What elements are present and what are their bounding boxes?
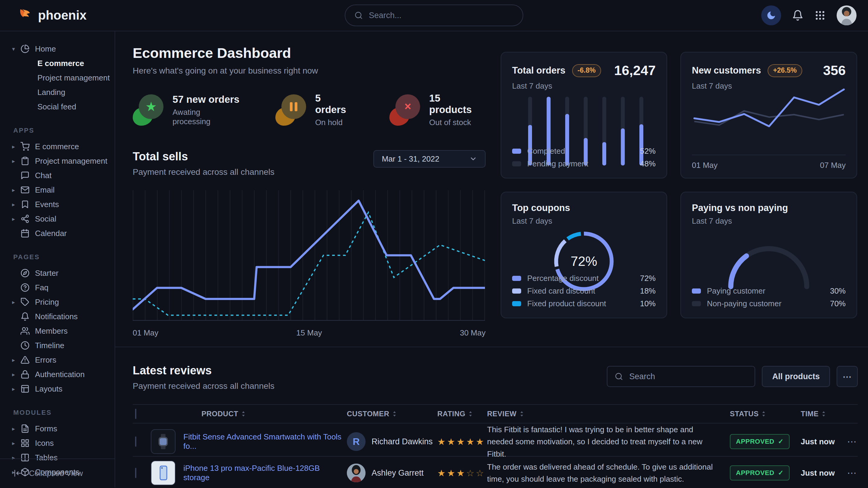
sidebar-item-forms[interactable]: ▸ Forms <box>0 421 115 436</box>
sidebar-item-home[interactable]: ▾ Home <box>0 42 115 56</box>
caret-icon: ▸ <box>12 371 21 378</box>
caret-icon: ▾ <box>12 45 21 53</box>
sidebar-item-timeline[interactable]: Timeline <box>0 338 115 353</box>
column-header-review[interactable]: REVIEW <box>487 410 730 418</box>
legend-label: Completed <box>527 147 565 156</box>
column-header-product[interactable]: PRODUCT <box>151 410 347 418</box>
message-icon <box>21 171 35 180</box>
avatar-image <box>837 5 857 25</box>
stat-title: 57 new orders <box>173 94 240 105</box>
navbar-actions <box>761 5 857 25</box>
caret-icon: ▸ <box>12 440 21 447</box>
sidebar-item-email[interactable]: ▸ Email <box>0 183 115 197</box>
legend-swatch <box>512 149 521 154</box>
caret-icon: ▸ <box>12 216 21 223</box>
share-icon <box>21 214 35 223</box>
product-link[interactable]: iPhone 13 pro max-Pacific Blue-128GB sto… <box>183 464 347 482</box>
date-range-select[interactable]: Mar 1 - 31, 2022 <box>373 150 486 168</box>
sidebar-subitem-project-management[interactable]: Project management <box>0 70 115 85</box>
app-root: phoenix ▾ HomeE commercePr <box>0 0 868 488</box>
sidebar-item-starter[interactable]: Starter <box>0 266 115 280</box>
sidebar-item-faq[interactable]: Faq <box>0 280 115 295</box>
all-products-button[interactable]: All products <box>762 366 830 387</box>
sidebar-item-notifications[interactable]: Notifications <box>0 309 115 324</box>
sidebar-item-label: Project management <box>35 157 107 166</box>
sidebar-subitem-social-feed[interactable]: Social feed <box>0 99 115 114</box>
reviews-title: Latest reviews <box>133 364 275 377</box>
sidebar-item-e-commerce[interactable]: ▸ E commerce <box>0 139 115 154</box>
column-header-status[interactable]: STATUS <box>730 410 801 418</box>
sidebar-subitem-landing[interactable]: Landing <box>0 85 115 99</box>
reviews-more-button[interactable]: ⋯ <box>837 366 858 387</box>
select-all-checkbox[interactable] <box>135 409 136 419</box>
chevron-down-icon <box>469 155 477 163</box>
sidebar-item-label: Starter <box>35 268 59 278</box>
row-checkbox[interactable] <box>135 468 136 478</box>
column-header-customer[interactable]: CUSTOMER <box>347 410 437 418</box>
new-customers-x-labels: 01 May07 May <box>692 155 846 170</box>
sidebar-item-label: Social <box>35 214 56 224</box>
clock-icon <box>21 341 35 350</box>
sidebar-item-label: Members <box>35 326 67 336</box>
column-header-rating[interactable]: RATING <box>437 410 487 418</box>
stat-subtitle: Out of stock <box>429 118 486 127</box>
file-text-icon <box>21 424 35 433</box>
sidebar-item-layouts[interactable]: ▸ Layouts <box>0 382 115 396</box>
sidebar-item-pricing[interactable]: ▸ Pricing <box>0 295 115 309</box>
column-header-time[interactable]: TIME <box>801 410 846 418</box>
caret-icon: ▸ <box>12 425 21 432</box>
search-icon <box>615 372 623 381</box>
total-sells-subtitle: Payment received across all channels <box>133 167 275 177</box>
sidebar-item-errors[interactable]: ▸ Errors <box>0 353 115 367</box>
sidebar-item-label: E commerce <box>35 142 79 151</box>
shopping-cart-icon <box>21 142 35 151</box>
table-header-row: PRODUCT CUSTOMER RATING REVIEW STATUS TI… <box>133 404 858 423</box>
legend-label: Fixed card discount <box>527 286 595 296</box>
row-checkbox[interactable] <box>135 436 136 447</box>
sidebar-item-events[interactable]: ▸ Events <box>0 197 115 212</box>
product-link[interactable]: Fitbit Sense Advanced Smartwatch with To… <box>183 432 347 451</box>
reviews-search-input[interactable] <box>628 372 747 382</box>
table-row: Fitbit Sense Advanced Smartwatch with To… <box>133 423 858 457</box>
sidebar-item-calendar[interactable]: Calendar <box>0 226 115 240</box>
sidebar-item-social[interactable]: ▸ Social <box>0 212 115 226</box>
check-icon: ✓ <box>778 438 783 446</box>
sidebar-item-chat[interactable]: Chat <box>0 168 115 183</box>
sidebar-item-icons[interactable]: ▸ Icons <box>0 436 115 450</box>
sidebar-item-label: Errors <box>35 355 56 365</box>
user-avatar[interactable] <box>837 5 857 25</box>
sidebar-item-project-management[interactable]: ▸ Project management <box>0 154 115 168</box>
collapse-view-button[interactable]: Collapsed View <box>0 458 115 487</box>
x-axis-label: 30 May <box>460 328 486 337</box>
page-subtitle: Here's what's going on at your business … <box>133 66 486 76</box>
top-coupons-legend-row: Fixed card discount 18% <box>512 285 656 297</box>
x-badge-icon: × <box>390 94 421 126</box>
top-navbar: phoenix <box>0 0 868 31</box>
global-search <box>345 4 523 26</box>
caret-icon: ▸ <box>12 386 21 392</box>
sidebar-subitem-e-commerce[interactable]: E commerce <box>0 56 115 70</box>
customer-name: Ashley Garrett <box>372 468 424 478</box>
sidebar-item-members[interactable]: Members <box>0 324 115 338</box>
sidebar-item-label: Authentication <box>35 370 85 379</box>
paying-card: Paying vs non paying Last 7 days Paying … <box>680 192 857 318</box>
bookmark-icon <box>21 200 35 209</box>
row-actions-button[interactable]: ⋯ <box>846 467 858 479</box>
global-search-input[interactable] <box>368 10 514 21</box>
reviews-table: PRODUCT CUSTOMER RATING REVIEW STATUS TI… <box>133 404 858 487</box>
sidebar-item-authentication[interactable]: ▸ Authentication <box>0 367 115 382</box>
top-coupons-period: Last 7 days <box>512 217 656 226</box>
stats-row: ★ 57 new orders Awating processing 5 ord… <box>133 93 486 127</box>
star-badge-icon: ★ <box>133 94 164 126</box>
mail-icon <box>21 185 35 194</box>
collapse-icon <box>13 469 22 478</box>
theme-toggle-button[interactable] <box>761 5 781 25</box>
review-time: Just now <box>801 468 846 478</box>
top-coupons-legend: Percentage discount 72% Fixed card disco… <box>512 272 656 310</box>
apps-grid-button[interactable] <box>814 10 826 21</box>
row-actions-button[interactable]: ⋯ <box>846 436 858 447</box>
total-orders-card: Total orders -6.8% 16,247 Last 7 days <box>501 52 667 178</box>
notifications-button[interactable] <box>792 10 803 21</box>
brand-logo[interactable]: phoenix <box>17 7 87 23</box>
top-coupons-card: Top coupons Last 7 days 72% Percentage d… <box>501 192 667 318</box>
